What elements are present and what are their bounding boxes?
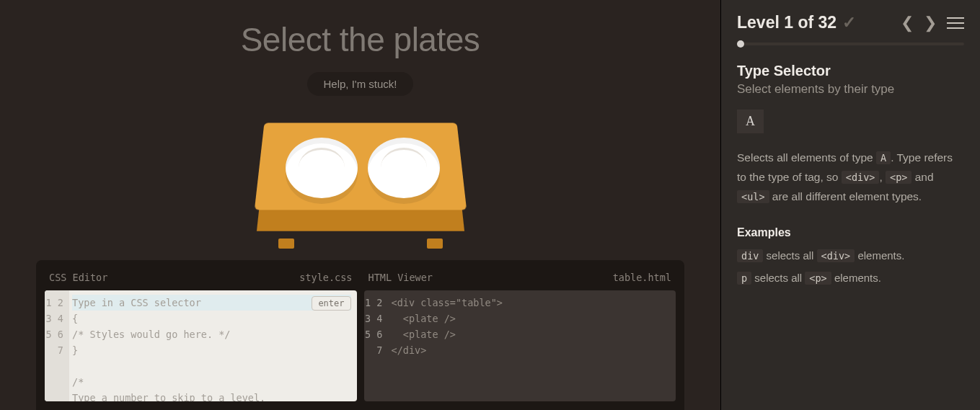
html-filename: table.html <box>613 272 671 283</box>
table-leg <box>427 239 443 249</box>
code-token: <div> <box>842 171 880 184</box>
help-text: Selects all elements of type A. Type ref… <box>737 148 964 206</box>
css-input-line[interactable]: Type in a CSS selector <box>72 295 351 311</box>
code-token: <ul> <box>737 190 769 203</box>
level-label: Level 1 of 32 <box>737 13 836 32</box>
code-token: div <box>737 249 763 262</box>
table-leg <box>278 239 294 249</box>
code-token: p <box>737 272 751 285</box>
html-line-gutter: 1 2 3 4 5 6 7 <box>364 290 389 401</box>
html-viewer-pane: HTML Viewer table.html 1 2 3 4 5 6 7 <di… <box>364 269 676 401</box>
css-editor-title: CSS Editor <box>49 272 107 283</box>
selector-title: Type Selector <box>737 63 964 79</box>
help-button[interactable]: Help, I'm stuck! <box>307 72 412 96</box>
css-line-gutter: 1 2 3 4 5 6 7 <box>45 290 69 401</box>
examples-heading: Examples <box>737 226 964 239</box>
main-panel: Select the plates Help, I'm stuck! CSS E… <box>0 0 720 410</box>
plate[interactable] <box>286 138 358 198</box>
example-line: p selects all <p> elements. <box>737 272 964 284</box>
code-token: <div> <box>817 249 855 262</box>
syntax-badge: A <box>737 110 764 133</box>
prev-level-button[interactable]: ❮ <box>901 14 914 32</box>
sidebar: Level 1 of 32 ✓ ❮ ❯ Type Selector Select… <box>720 0 980 410</box>
level-progress <box>737 43 964 45</box>
editor-container: CSS Editor style.css 1 2 3 4 5 6 7 Type … <box>36 260 684 410</box>
game-table <box>252 117 469 247</box>
menu-icon[interactable] <box>947 17 964 29</box>
progress-marker <box>737 40 744 48</box>
css-filename: style.css <box>299 272 352 283</box>
css-editor-pane: CSS Editor style.css 1 2 3 4 5 6 7 Type … <box>45 269 357 401</box>
html-code-area: <div class="table"> <plate /> <plate /> … <box>389 290 676 401</box>
next-level-button[interactable]: ❯ <box>924 14 937 32</box>
plate[interactable] <box>368 138 440 198</box>
instruction-title: Select the plates <box>241 20 480 59</box>
html-viewer-title: HTML Viewer <box>368 272 433 283</box>
example-line: div selects all <div> elements. <box>737 249 964 262</box>
check-icon: ✓ <box>842 13 856 32</box>
selector-subtitle: Select elements by their type <box>737 82 964 97</box>
code-token: <p> <box>805 272 831 285</box>
code-token: <p> <box>886 171 911 184</box>
code-token: A <box>876 151 891 164</box>
enter-button[interactable]: enter <box>312 296 350 311</box>
